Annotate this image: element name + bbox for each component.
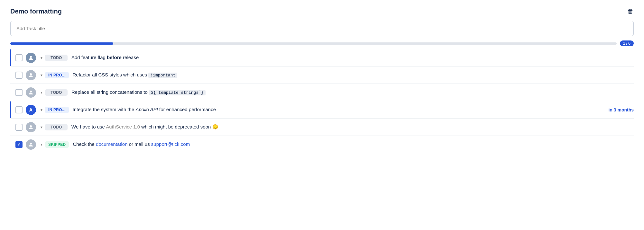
avatar [26,122,36,132]
table-row: ▾ TODO Add feature flag before release [10,49,634,66]
progress-badge: 1 / 6 [620,40,634,46]
status-badge: TODO [45,89,68,96]
chevron-down-icon[interactable]: ▾ [41,56,42,60]
task-checkbox-3[interactable] [15,89,23,96]
task-title-input[interactable] [16,26,628,31]
task-text: Refactor all CSS styles which uses !impo… [73,71,634,79]
avatar: A [26,105,36,115]
status-badge: TODO [45,124,68,130]
page-title: Demo formatting [10,8,62,15]
task-text: Check the documentation or mail us suppo… [73,141,634,148]
chevron-down-icon[interactable]: ▾ [41,73,42,77]
table-row: ▾ IN PRO... Refactor all CSS styles whic… [10,66,634,84]
chevron-down-icon[interactable]: ▾ [41,125,42,129]
task-checkbox-5[interactable] [15,124,23,131]
status-badge: IN PRO... [45,72,69,78]
progress-bar-container: 1 / 6 [10,40,634,46]
task-due-date: in 3 months [608,107,634,112]
avatar [26,139,36,150]
task-input-wrapper [10,21,634,36]
status-badge: IN PRO... [45,107,69,113]
task-list: ▾ TODO Add feature flag before release ▾… [10,49,634,153]
support-email-link[interactable]: support@tick.com [151,141,190,147]
task-checkbox-6[interactable] [15,141,23,148]
documentation-link[interactable]: documentation [96,141,127,147]
trash-icon[interactable]: 🗑 [627,8,634,15]
table-row: A ▾ IN PRO... Integrate the system with … [10,101,634,119]
svg-point-1 [30,73,32,75]
task-text: Add feature flag before release [71,54,634,61]
svg-point-3 [30,125,32,127]
chevron-down-icon[interactable]: ▾ [41,108,42,112]
table-row: ▾ SKIPPED Check the documentation or mai… [10,136,634,153]
avatar [26,53,36,63]
table-row: ▾ TODO We have to use AuthService 1.0 wh… [10,119,634,136]
table-row: ▾ TODO Replace all string concatenations… [10,84,634,101]
svg-point-4 [30,143,32,145]
svg-point-0 [30,56,32,58]
task-checkbox-2[interactable] [15,72,23,79]
task-text: We have to use AuthService 1.0 which mig… [71,123,634,131]
task-checkbox-4[interactable] [15,106,23,113]
chevron-down-icon[interactable]: ▾ [41,90,42,95]
svg-point-2 [30,91,32,93]
status-badge: TODO [45,55,68,61]
chevron-down-icon[interactable]: ▾ [41,142,42,147]
task-checkbox-1[interactable] [15,54,23,61]
status-badge: SKIPPED [45,141,69,148]
avatar [26,87,36,98]
progress-fill [10,42,113,45]
task-text: Replace all string concatenations to ${`… [71,89,634,96]
progress-track [10,42,617,45]
avatar [26,70,36,80]
page-header: Demo formatting 🗑 [10,8,634,15]
task-text: Integrate the system with the Apollo API… [73,106,603,113]
